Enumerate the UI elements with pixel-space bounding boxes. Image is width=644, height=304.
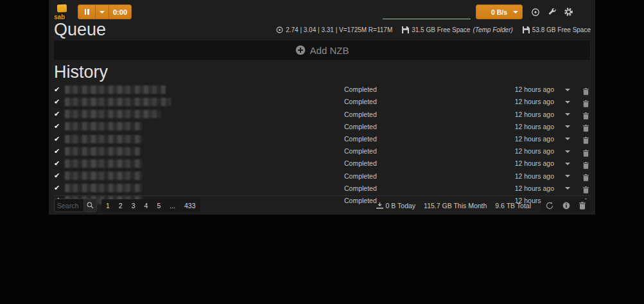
job-age: 12 hours ago	[515, 123, 554, 130]
search-input[interactable]	[54, 199, 83, 212]
stat-month: 115.7 GB This Month	[424, 202, 487, 210]
header-bar: sab 0:00 0 B/s	[49, 0, 595, 21]
job-status: Completed	[344, 172, 377, 180]
history-row: ✔ Completed 12 hours ago	[54, 84, 590, 96]
row-actions-dropdown[interactable]	[565, 150, 570, 153]
job-name-redacted[interactable]	[65, 135, 142, 143]
job-age: 12 hours ago	[515, 159, 554, 167]
row-actions-dropdown[interactable]	[565, 89, 570, 91]
add-nzb-button[interactable]: Add NZB	[54, 40, 590, 60]
job-status: Completed	[344, 85, 377, 93]
job-name-redacted[interactable]	[65, 172, 142, 180]
wrench-icon[interactable]	[547, 7, 557, 17]
job-name-redacted[interactable]	[65, 184, 142, 192]
completed-check-icon: ✔	[54, 184, 65, 192]
free-space: 53.8 GB Free Space	[523, 26, 591, 33]
clear-history-button[interactable]	[579, 202, 586, 210]
header-icons	[530, 7, 590, 17]
row-actions-dropdown[interactable]	[565, 187, 570, 190]
stat-month-text: 115.7 GB This Month	[424, 202, 487, 210]
completed-check-icon: ✔	[54, 148, 65, 155]
trash-icon	[583, 112, 589, 120]
page-button-433[interactable]: 433	[180, 199, 200, 212]
trash-icon	[583, 125, 589, 132]
page-button-5[interactable]: 5	[152, 199, 165, 212]
row-actions-dropdown[interactable]	[565, 138, 570, 140]
pause-control: 0:00	[78, 4, 132, 19]
history-row: ✔ Completed 12 hours ago	[54, 170, 590, 182]
temp-free-space: 31.5 GB Free Space (Temp Folder)	[402, 26, 513, 33]
app-window: sab 0:00 0 B/s	[49, 0, 595, 215]
job-name-redacted[interactable]	[65, 159, 142, 168]
job-age: 12 hours ago	[515, 85, 554, 93]
job-name-redacted[interactable]	[65, 110, 161, 118]
pause-icon	[85, 9, 87, 15]
page-button-...: ...	[165, 199, 180, 212]
job-name-redacted[interactable]	[65, 147, 141, 156]
menu-icon[interactable]	[580, 7, 590, 17]
trash-icon	[583, 100, 589, 107]
page-button-3[interactable]: 3	[127, 199, 140, 212]
pause-dropdown-button[interactable]	[95, 5, 109, 19]
job-age: 12 hours ago	[515, 98, 554, 105]
temp-free-space-text: 31.5 GB Free Space	[412, 26, 470, 33]
add-nzb-label: Add NZB	[310, 45, 349, 56]
row-actions-dropdown[interactable]	[565, 125, 570, 128]
pause-button[interactable]	[78, 5, 95, 19]
completed-check-icon: ✔	[54, 160, 65, 167]
row-actions-dropdown[interactable]	[565, 113, 570, 116]
completed-check-icon: ✔	[54, 98, 65, 105]
speed-label: 0 B/s	[491, 8, 507, 16]
row-actions-dropdown[interactable]	[565, 101, 570, 103]
status-circle-icon[interactable]	[530, 7, 540, 17]
refresh-icon[interactable]	[546, 202, 553, 210]
job-status: Completed	[344, 147, 377, 155]
speed-limit-button[interactable]: 0 B/s	[476, 4, 523, 19]
history-search	[54, 199, 97, 212]
trash-icon	[583, 174, 589, 181]
stat-today-text: 0 B Today	[386, 202, 416, 210]
search-button[interactable]	[83, 199, 97, 212]
row-actions-dropdown[interactable]	[565, 175, 570, 177]
page-button-4[interactable]: 4	[140, 199, 153, 212]
info-icon[interactable]	[562, 202, 570, 210]
gear-icon[interactable]	[564, 7, 573, 17]
job-name-redacted[interactable]	[65, 98, 171, 106]
history-footer: 12345...433 0 B Today 115.7 GB This Mont…	[54, 195, 590, 213]
job-name-redacted[interactable]	[65, 85, 166, 94]
disk-icon	[402, 26, 409, 33]
job-status: Completed	[344, 135, 377, 143]
trash-icon	[583, 137, 589, 144]
job-status: Completed	[344, 184, 377, 192]
job-age: 12 hours ago	[515, 147, 554, 155]
sabnzbd-logo[interactable]: sab	[54, 4, 71, 21]
system-load: 2.74 | 3.04 | 3.31 | V=1725M R=117M	[276, 26, 392, 33]
logo-hat-icon	[57, 4, 67, 13]
page-button-1[interactable]: 1	[101, 199, 114, 212]
history-row: ✔ Completed 12 hours ago	[54, 120, 590, 132]
queue-header-row: Queue 2.74 | 3.04 | 3.31 | V=1725M R=117…	[49, 21, 595, 39]
completed-check-icon: ✔	[54, 86, 65, 93]
download-icon	[376, 202, 383, 209]
completed-check-icon: ✔	[54, 172, 65, 179]
trash-icon	[583, 150, 589, 157]
job-age: 12 hours ago	[515, 111, 554, 118]
history-row: ✔ Completed 12 hours ago	[54, 132, 590, 145]
trash-icon	[583, 186, 589, 193]
job-status: Completed	[344, 123, 377, 130]
row-actions-dropdown[interactable]	[565, 163, 570, 165]
history-row: ✔ Completed 12 hours ago	[54, 157, 590, 170]
page-button-2[interactable]: 2	[114, 199, 127, 212]
history-stats: 0 B Today 115.7 GB This Month 9.6 TB Tot…	[376, 202, 531, 210]
completed-check-icon: ✔	[54, 136, 65, 143]
trash-icon	[583, 88, 589, 95]
job-name-redacted[interactable]	[65, 122, 142, 130]
history-row: ✔ Completed 12 hours ago	[54, 145, 590, 157]
stat-total: 9.6 TB Total	[495, 202, 531, 210]
system-load-text: 2.74 | 3.04 | 3.31 | V=1725M R=117M	[286, 26, 392, 33]
page-title-history: History	[54, 63, 595, 81]
job-status: Completed	[344, 98, 377, 105]
pause-timer[interactable]: 0:00	[109, 5, 131, 19]
free-space-text: 53.8 GB Free Space	[532, 26, 591, 33]
job-age: 12 hours ago	[515, 135, 554, 143]
